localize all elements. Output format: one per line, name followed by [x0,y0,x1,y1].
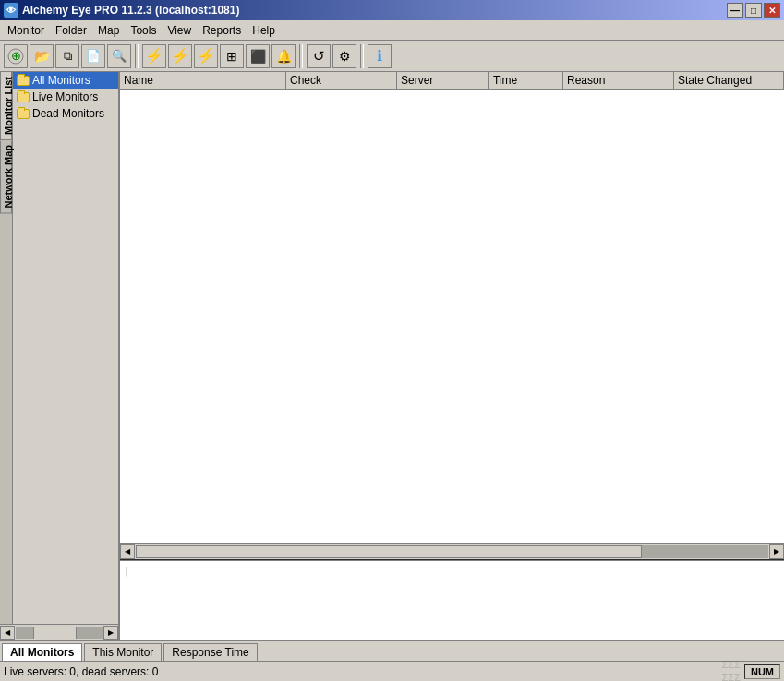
info-button[interactable]: ℹ [368,44,392,68]
log-area[interactable]: | [120,559,784,640]
col-header-check[interactable]: Check [286,72,397,89]
copy-button[interactable]: ⧉ [55,44,79,68]
tree-item-dead-monitors[interactable]: Dead Monitors [13,105,118,122]
tree-item-all-monitors[interactable]: All Monitors [13,72,118,89]
sidebar-tab-network-map[interactable]: Network Map [0,140,12,213]
left-scroll-thumb[interactable] [33,627,77,639]
watermark: ΣΣΣΣΣΣ [722,659,741,681]
left-scroll-right-btn[interactable]: ▶ [103,626,118,640]
menu-folder[interactable]: Folder [50,22,92,39]
col-header-state-changed[interactable]: State Changed [674,72,784,89]
warning-button[interactable]: ⚡ [194,44,218,68]
title-bar-left: 👁 Alchemy Eye PRO 11.2.3 (localhost:1081… [4,3,239,18]
open-button[interactable]: 📂 [30,44,54,68]
properties-button[interactable]: 📄 [81,44,105,68]
status-text: Live servers: 0, dead servers: 0 [4,665,158,678]
col-header-time[interactable]: Time [489,72,563,89]
start-monitor-button[interactable]: ⚡ [142,44,166,68]
sidebar-tree: All Monitors Live Monitors Dead Monitors [13,72,118,624]
refresh-button[interactable]: ↺ [307,44,331,68]
bottom-tab-response-time[interactable]: Response Time [163,643,257,661]
close-button[interactable]: ✕ [764,3,780,18]
title-bar-buttons: — □ ✕ [727,3,780,18]
title-bar: 👁 Alchemy Eye PRO 11.2.3 (localhost:1081… [0,0,784,20]
folder-icon-live [17,92,30,102]
tree-item-dead-monitors-label: Dead Monitors [32,107,104,120]
menu-tools[interactable]: Tools [125,22,162,39]
stop-button[interactable]: ⬛ [246,44,270,68]
menu-map[interactable]: Map [92,22,125,39]
log-cursor: | [124,565,130,577]
minimize-button[interactable]: — [727,3,743,18]
new-button[interactable]: ⊕ [4,44,28,68]
tree-item-live-monitors[interactable]: Live Monitors [13,89,118,105]
menu-bar: Monitor Folder Map Tools View Reports He… [0,20,784,41]
status-num-badge: NUM [744,664,780,679]
bottom-tabs: All Monitors This Monitor Response Time [0,640,784,661]
status-right: ΣΣΣΣΣΣ NUM [722,659,780,681]
sidebar-tab-monitor-list[interactable]: Monitor List [0,72,12,140]
alert-button[interactable]: 🔔 [271,44,296,68]
main-scroll-left-btn[interactable]: ◀ [120,544,135,559]
table-body [120,90,784,543]
folder-icon-dead [17,109,30,119]
menu-monitor[interactable]: Monitor [2,22,50,39]
left-scrollbar: ◀ ▶ [0,624,118,640]
main-scroll-right-btn[interactable]: ▶ [769,544,784,559]
main-scrollbar: ◀ ▶ [120,543,784,559]
status-bar: Live servers: 0, dead servers: 0 ΣΣΣΣΣΣ … [0,661,784,681]
main-scroll-thumb[interactable] [136,545,642,558]
search-button[interactable]: 🔍 [107,44,131,68]
pause-button[interactable]: ⚡ [168,44,192,68]
svg-text:⊕: ⊕ [11,49,21,63]
left-section: Monitor List Network Map All Monitors Li… [0,72,120,640]
sep1 [135,44,139,68]
col-header-server[interactable]: Server [397,72,489,89]
left-scroll-left-btn[interactable]: ◀ [0,626,15,640]
sep3 [360,44,364,68]
app-icon: 👁 [4,3,18,18]
bottom-tab-all-monitors[interactable]: All Monitors [2,643,82,662]
tree-item-live-monitors-label: Live Monitors [32,90,98,103]
folder-icon [17,76,30,86]
col-header-name[interactable]: Name [120,72,286,89]
main-table-area: Name Check Server Time Reason State Chan… [120,72,784,543]
col-header-reason[interactable]: Reason [563,72,674,89]
sep2 [299,44,303,68]
menu-help[interactable]: Help [247,22,281,39]
tree-item-all-monitors-label: All Monitors [32,74,90,87]
bottom-tab-this-monitor[interactable]: This Monitor [84,643,162,661]
menu-reports[interactable]: Reports [197,22,247,39]
full-content: Monitor List Network Map All Monitors Li… [0,72,784,681]
settings-button[interactable]: ⚙ [332,44,356,68]
menu-view[interactable]: View [162,22,197,39]
right-section: Name Check Server Time Reason State Chan… [120,72,784,640]
toolbar: ⊕ 📂 ⧉ 📄 🔍 ⚡ ⚡ ⚡ ⊞ ⬛ 🔔 ↺ ⚙ ℹ [0,41,784,72]
grid-button[interactable]: ⊞ [220,44,244,68]
upper-split: Monitor List Network Map All Monitors Li… [0,72,784,640]
table-header: Name Check Server Time Reason State Chan… [120,72,784,90]
window-title: Alchemy Eye PRO 11.2.3 (localhost:1081) [22,4,239,17]
maximize-button[interactable]: □ [745,3,762,18]
